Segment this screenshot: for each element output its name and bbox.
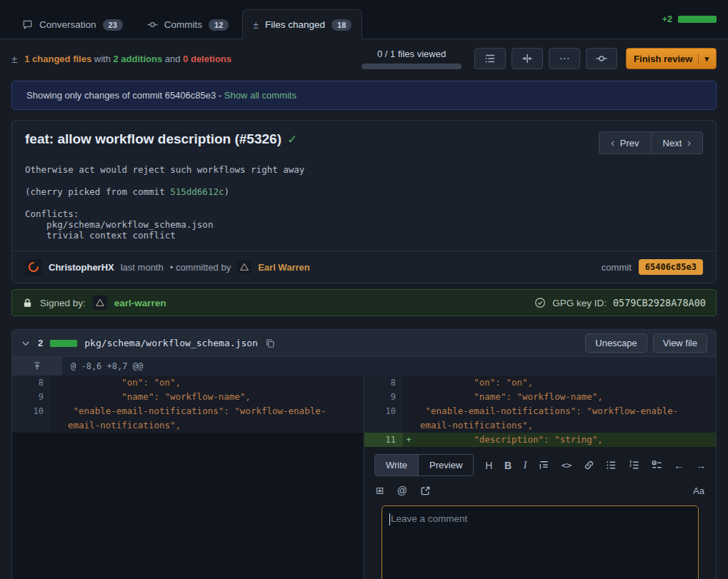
diff-stat-additions: +2 [662,14,672,24]
commit-header: feat: allow workflow description (#5326)… [12,121,716,157]
undo-arrow-icon[interactable]: ← [674,460,684,471]
line-number[interactable]: 9 [12,390,51,404]
file-tree-toggle-button[interactable] [474,48,506,69]
commit-sha-badge[interactable]: 65406c85e3 [639,259,703,275]
next-label: Next [663,138,682,148]
changed-files-count: 1 changed files [24,54,91,64]
tab-commits[interactable]: Commits 12 [136,9,240,39]
tab-label: Files changed [265,19,325,30]
empty-diff-cell [12,433,364,579]
files-viewed: 0 / 1 files viewed [361,49,462,69]
bullet-list-icon[interactable] [606,460,617,470]
check-icon: ✓ [287,133,297,146]
signer-name[interactable]: earl-warren [114,298,166,308]
mention-icon[interactable]: @ [397,485,407,496]
line-number[interactable]: 10 [12,404,51,433]
commit-message-body: Otherwise act would reject such workflow… [12,157,716,251]
line-sign [403,376,414,390]
redo-arrow-icon[interactable]: → [696,460,706,471]
tab-conversation[interactable]: Conversation 23 [11,9,134,39]
code-line: "on": "on", [62,376,364,390]
pr-tabs: Conversation 23 Commits 12 ± Files chang… [11,9,362,39]
line-number[interactable]: 9 [364,390,403,404]
line-number[interactable]: 10 [364,404,403,433]
italic-icon[interactable]: I [524,460,527,471]
view-file-button[interactable]: View file [653,333,707,353]
reference-icon[interactable] [420,485,431,496]
cherry-pick-hash-link[interactable]: 515dd6612c [170,186,224,197]
comment-textarea[interactable] [382,505,699,579]
comment-icon [22,19,33,30]
file-name-link[interactable]: pkg/schema/workflow_schema.json [84,338,258,348]
signature-row: Signed by: earl-warren GPG key ID: 0579C… [11,289,717,316]
chevron-right-icon: › [687,137,691,148]
diff-options-button[interactable]: ⋯ [549,48,580,69]
commit-filter-banner: Showing only changes of commit 65406c85e… [11,81,717,110]
author-avatar[interactable] [25,258,42,276]
author-name[interactable]: ChristopherHX [49,262,114,273]
chevron-down-icon[interactable] [21,338,31,348]
heading-icon[interactable]: H [485,460,492,471]
prev-commit-button[interactable]: ‹ Prev [599,131,651,154]
ordered-list-icon[interactable] [629,460,639,470]
line-sign [51,404,62,433]
text-caret [389,513,390,525]
diff-row-left-10: 10 "enable-email-notifications": "workfl… [12,404,364,433]
diff-view-style-button[interactable] [512,48,543,69]
commit-panel: feat: allow workflow description (#5326)… [11,120,717,283]
expand-up-icon [32,361,42,371]
quote-icon[interactable] [539,460,549,470]
tab-write[interactable]: Write [375,455,419,475]
finish-review-button[interactable]: Finish review ▾ [626,48,717,69]
conversation-count-badge: 23 [103,19,123,31]
ellipsis-icon: ⋯ [559,52,570,65]
show-all-commits-link[interactable]: Show all commits [224,90,296,101]
signer-avatar[interactable] [93,296,107,310]
committer-avatar[interactable] [237,260,251,274]
unescape-button[interactable]: Unescape [585,333,647,353]
chevron-left-icon: ‹ [611,137,614,148]
files-count-badge: 18 [331,19,351,31]
lock-icon [22,298,33,308]
tab-files-changed[interactable]: ± Files changed 18 [242,9,362,39]
diff-row-right-11-added: 11 + "description": "string", [364,433,716,447]
diff-right-column: 8 "on": "on", 9 "name": "workflow-name",… [364,376,716,579]
write-preview-switch: Write Preview [374,454,474,476]
code-line: "name": "workflow-name", [62,390,364,404]
file-additions-count: 2 [38,338,43,348]
bold-icon[interactable]: B [504,460,512,471]
code-icon[interactable]: <> [562,460,572,470]
line-number[interactable]: 11 [364,433,403,447]
caret-down-icon: ▾ [698,54,709,64]
task-list-icon[interactable] [652,460,662,470]
line-number[interactable]: 8 [364,376,403,390]
next-commit-button[interactable]: Next › [651,131,703,154]
additions-count: 2 additions [114,54,163,64]
diff-stat-bar [678,16,717,23]
diff-row-left-8: 8 "on": "on", [12,376,364,390]
addition-sign: + [403,433,414,447]
commit-conflicts-block: Conflicts: pkg/schema/workflow_schema.js… [25,208,703,241]
commits-count-badge: 12 [209,19,229,31]
copy-icon[interactable] [265,338,275,348]
expand-hunk-button[interactable] [12,357,62,376]
diff-file-panel: 2 pkg/schema/workflow_schema.json Unesca… [11,329,717,579]
inline-comment-editor: Write Preview H B I <> [364,447,716,579]
line-sign [403,404,414,433]
diff-toolbar: ± 1 changed files with 2 additions and 0… [0,39,728,76]
tab-preview[interactable]: Preview [419,455,473,475]
split-diff: 8 "on": "on", 9 "name": "workflow-name",… [12,376,716,579]
commit-word: commit [602,262,632,273]
code-line: "description": "string", [414,433,716,447]
commit-message-line: Otherwise act would reject such workflow… [25,164,703,175]
gpg-key-label: GPG key ID: [552,298,607,308]
commit-select-button[interactable] [586,48,617,69]
font-size-icon[interactable]: Aa [693,485,704,496]
committer-name[interactable]: Earl Warren [258,262,310,273]
code-line: "name": "workflow-name", [414,390,716,404]
link-icon[interactable] [584,460,594,470]
file-tree-icon [484,53,496,64]
editor-toolbar: Write Preview H B I <> [374,454,706,476]
table-icon[interactable]: ⊞ [376,485,384,496]
line-number[interactable]: 8 [12,376,51,390]
